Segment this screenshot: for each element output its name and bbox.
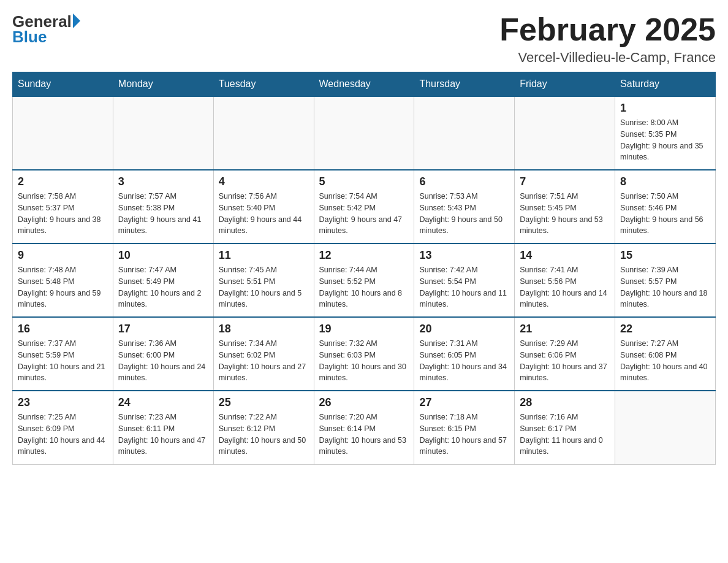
calendar-day-cell: 28Sunrise: 7:16 AMSunset: 6:17 PMDayligh… — [515, 391, 615, 464]
day-info: Sunrise: 7:29 AMSunset: 6:06 PMDaylight:… — [520, 338, 610, 384]
calendar-day-cell: 24Sunrise: 7:23 AMSunset: 6:11 PMDayligh… — [113, 391, 213, 464]
day-number: 7 — [520, 175, 610, 188]
calendar-day-cell: 18Sunrise: 7:34 AMSunset: 6:02 PMDayligh… — [213, 317, 314, 391]
day-info: Sunrise: 7:23 AMSunset: 6:11 PMDaylight:… — [118, 412, 208, 458]
calendar-week-row: 1Sunrise: 8:00 AMSunset: 5:35 PMDaylight… — [13, 96, 716, 170]
calendar-day-cell: 23Sunrise: 7:25 AMSunset: 6:09 PMDayligh… — [13, 391, 113, 464]
logo: General Blue — [12, 12, 80, 47]
calendar-day-cell: 11Sunrise: 7:45 AMSunset: 5:51 PMDayligh… — [213, 243, 314, 317]
calendar-week-row: 23Sunrise: 7:25 AMSunset: 6:09 PMDayligh… — [13, 391, 716, 464]
day-number: 8 — [620, 175, 710, 188]
day-info: Sunrise: 7:53 AMSunset: 5:43 PMDaylight:… — [419, 191, 509, 237]
location-title: Vercel-Villedieu-le-Camp, France — [499, 50, 716, 66]
calendar-day-cell: 13Sunrise: 7:42 AMSunset: 5:54 PMDayligh… — [414, 243, 515, 317]
day-number: 12 — [319, 249, 409, 262]
calendar-day-cell: 7Sunrise: 7:51 AMSunset: 5:45 PMDaylight… — [515, 170, 615, 243]
day-number: 10 — [118, 249, 208, 262]
day-number: 15 — [620, 249, 710, 262]
day-number: 5 — [319, 175, 409, 188]
calendar-day-cell: 8Sunrise: 7:50 AMSunset: 5:46 PMDaylight… — [615, 170, 716, 243]
day-number: 11 — [219, 249, 309, 262]
logo-blue: Blue — [12, 28, 80, 47]
calendar-day-cell: 1Sunrise: 8:00 AMSunset: 5:35 PMDaylight… — [615, 96, 716, 170]
day-info: Sunrise: 7:48 AMSunset: 5:48 PMDaylight:… — [18, 264, 108, 310]
day-number: 21 — [520, 323, 610, 335]
day-number: 13 — [419, 249, 509, 262]
day-info: Sunrise: 7:54 AMSunset: 5:42 PMDaylight:… — [319, 191, 409, 237]
calendar-day-cell: 15Sunrise: 7:39 AMSunset: 5:57 PMDayligh… — [615, 243, 716, 317]
day-number: 9 — [18, 249, 108, 262]
day-number: 20 — [419, 323, 509, 335]
weekday-header-sunday: Sunday — [13, 72, 113, 97]
month-title: February 2025 — [499, 12, 716, 47]
day-number: 28 — [520, 396, 610, 409]
calendar-day-cell — [113, 96, 213, 170]
day-info: Sunrise: 7:44 AMSunset: 5:52 PMDaylight:… — [319, 264, 409, 310]
day-info: Sunrise: 7:51 AMSunset: 5:45 PMDaylight:… — [520, 191, 610, 237]
day-info: Sunrise: 7:45 AMSunset: 5:51 PMDaylight:… — [219, 264, 309, 310]
day-info: Sunrise: 7:56 AMSunset: 5:40 PMDaylight:… — [219, 191, 309, 237]
calendar-day-cell: 25Sunrise: 7:22 AMSunset: 6:12 PMDayligh… — [213, 391, 314, 464]
day-info: Sunrise: 7:50 AMSunset: 5:46 PMDaylight:… — [620, 191, 710, 237]
day-number: 27 — [419, 396, 509, 409]
title-section: February 2025 Vercel-Villedieu-le-Camp, … — [499, 12, 716, 66]
calendar-day-cell: 10Sunrise: 7:47 AMSunset: 5:49 PMDayligh… — [113, 243, 213, 317]
day-number: 6 — [419, 175, 509, 188]
day-number: 26 — [319, 396, 409, 409]
day-info: Sunrise: 7:39 AMSunset: 5:57 PMDaylight:… — [620, 264, 710, 310]
calendar-day-cell — [414, 96, 515, 170]
calendar-day-cell: 21Sunrise: 7:29 AMSunset: 6:06 PMDayligh… — [515, 317, 615, 391]
calendar-day-cell: 12Sunrise: 7:44 AMSunset: 5:52 PMDayligh… — [314, 243, 414, 317]
calendar-week-row: 9Sunrise: 7:48 AMSunset: 5:48 PMDaylight… — [13, 243, 716, 317]
day-number: 25 — [219, 396, 309, 409]
day-number: 2 — [18, 175, 108, 188]
weekday-header-monday: Monday — [113, 72, 213, 97]
day-info: Sunrise: 7:41 AMSunset: 5:56 PMDaylight:… — [520, 264, 610, 310]
day-number: 4 — [219, 175, 309, 188]
day-info: Sunrise: 7:58 AMSunset: 5:37 PMDaylight:… — [18, 191, 108, 237]
day-number: 17 — [118, 323, 208, 335]
day-number: 23 — [18, 396, 108, 409]
day-info: Sunrise: 7:20 AMSunset: 6:14 PMDaylight:… — [319, 412, 409, 458]
day-number: 3 — [118, 175, 208, 188]
calendar-day-cell: 4Sunrise: 7:56 AMSunset: 5:40 PMDaylight… — [213, 170, 314, 243]
day-number: 14 — [520, 249, 610, 262]
day-info: Sunrise: 7:57 AMSunset: 5:38 PMDaylight:… — [118, 191, 208, 237]
day-number: 18 — [219, 323, 309, 335]
calendar-day-cell — [615, 391, 716, 464]
day-info: Sunrise: 7:27 AMSunset: 6:08 PMDaylight:… — [620, 338, 710, 384]
calendar-day-cell: 16Sunrise: 7:37 AMSunset: 5:59 PMDayligh… — [13, 317, 113, 391]
calendar-day-cell — [213, 96, 314, 170]
calendar-day-cell: 22Sunrise: 7:27 AMSunset: 6:08 PMDayligh… — [615, 317, 716, 391]
calendar-day-cell: 20Sunrise: 7:31 AMSunset: 6:05 PMDayligh… — [414, 317, 515, 391]
day-info: Sunrise: 7:47 AMSunset: 5:49 PMDaylight:… — [118, 264, 208, 310]
day-number: 16 — [18, 323, 108, 335]
day-info: Sunrise: 7:22 AMSunset: 6:12 PMDaylight:… — [219, 412, 309, 458]
day-info: Sunrise: 7:36 AMSunset: 6:00 PMDaylight:… — [118, 338, 208, 384]
weekday-header-saturday: Saturday — [615, 72, 716, 97]
day-info: Sunrise: 7:42 AMSunset: 5:54 PMDaylight:… — [419, 264, 509, 310]
weekday-header-wednesday: Wednesday — [314, 72, 414, 97]
day-info: Sunrise: 7:37 AMSunset: 5:59 PMDaylight:… — [18, 338, 108, 384]
calendar-day-cell — [13, 96, 113, 170]
day-number: 24 — [118, 396, 208, 409]
day-info: Sunrise: 7:16 AMSunset: 6:17 PMDaylight:… — [520, 412, 610, 458]
day-number: 1 — [620, 102, 710, 115]
calendar-day-cell: 6Sunrise: 7:53 AMSunset: 5:43 PMDaylight… — [414, 170, 515, 243]
day-info: Sunrise: 7:25 AMSunset: 6:09 PMDaylight:… — [18, 412, 108, 458]
calendar-day-cell: 9Sunrise: 7:48 AMSunset: 5:48 PMDaylight… — [13, 243, 113, 317]
logo-triangle-icon — [73, 13, 80, 28]
page-header: General Blue February 2025 Vercel-Villed… — [12, 12, 716, 66]
weekday-header-tuesday: Tuesday — [213, 72, 314, 97]
calendar-table: SundayMondayTuesdayWednesdayThursdayFrid… — [12, 72, 716, 465]
calendar-day-cell — [515, 96, 615, 170]
day-number: 22 — [620, 323, 710, 335]
calendar-day-cell: 2Sunrise: 7:58 AMSunset: 5:37 PMDaylight… — [13, 170, 113, 243]
day-info: Sunrise: 7:18 AMSunset: 6:15 PMDaylight:… — [419, 412, 509, 458]
calendar-day-cell: 17Sunrise: 7:36 AMSunset: 6:00 PMDayligh… — [113, 317, 213, 391]
calendar-week-row: 16Sunrise: 7:37 AMSunset: 5:59 PMDayligh… — [13, 317, 716, 391]
day-info: Sunrise: 8:00 AMSunset: 5:35 PMDaylight:… — [620, 117, 710, 163]
calendar-day-cell: 3Sunrise: 7:57 AMSunset: 5:38 PMDaylight… — [113, 170, 213, 243]
calendar-day-cell: 14Sunrise: 7:41 AMSunset: 5:56 PMDayligh… — [515, 243, 615, 317]
weekday-header-thursday: Thursday — [414, 72, 515, 97]
